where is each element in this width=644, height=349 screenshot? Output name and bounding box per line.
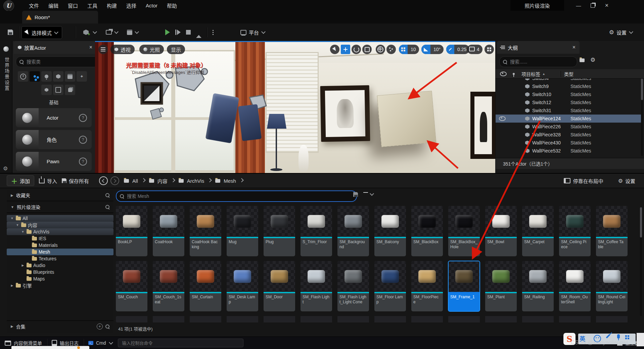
move-tool-button[interactable] bbox=[341, 45, 350, 54]
asset-tile[interactable]: SM_Room_OuterShell bbox=[559, 261, 591, 311]
import-button[interactable]: 导入 bbox=[39, 177, 57, 184]
save-search-button[interactable] bbox=[353, 192, 358, 198]
outliner-search-input[interactable] bbox=[509, 59, 573, 65]
favorites-header[interactable]: ▶ 收藏夹 bbox=[7, 189, 113, 201]
filter-dropdown[interactable] bbox=[363, 192, 374, 196]
breadcrumb-item[interactable]: All bbox=[132, 178, 138, 184]
menu-item[interactable]: 编辑 bbox=[44, 2, 63, 9]
place-actor-header[interactable]: 放置Actor × bbox=[14, 41, 96, 54]
console-input[interactable] bbox=[122, 340, 240, 346]
shapes-filter-button[interactable] bbox=[53, 71, 63, 82]
place-search[interactable] bbox=[16, 56, 99, 67]
asset-tile[interactable]: SM_Door bbox=[264, 261, 295, 311]
tree-arrow-icon[interactable]: ▼ bbox=[10, 217, 14, 220]
save-all-button[interactable]: 保存所有 bbox=[62, 177, 89, 184]
menu-item[interactable]: 窗口 bbox=[63, 2, 83, 9]
search-icon[interactable] bbox=[105, 324, 109, 329]
asset-tile[interactable]: SM_Frame_1 bbox=[448, 261, 480, 311]
unreal-logo-icon[interactable]: U bbox=[3, 0, 14, 11]
tree-folder-row[interactable]: Maps bbox=[7, 275, 113, 282]
asset-tile[interactable]: BookLP bbox=[116, 206, 147, 256]
asset-tile[interactable]: SM_Balcony bbox=[374, 206, 406, 256]
type-column-header[interactable]: 类型 bbox=[564, 71, 573, 77]
back-button[interactable] bbox=[99, 176, 108, 185]
place-actor-item[interactable]: Pawn ? bbox=[16, 152, 92, 171]
menu-item[interactable]: Actor bbox=[141, 3, 162, 8]
menu-item[interactable]: 选择 bbox=[122, 2, 141, 9]
tree-folder-row[interactable]: ▼ All bbox=[7, 215, 113, 222]
ime-mic-icon[interactable] bbox=[617, 334, 620, 339]
outliner-scrollbar[interactable] bbox=[641, 79, 643, 156]
search-icon[interactable] bbox=[105, 193, 109, 197]
cinematic-filter-button[interactable] bbox=[65, 71, 75, 82]
cmd-dropdown[interactable]: >_ Cmd bbox=[88, 340, 113, 346]
asset-tile[interactable]: SM_Background bbox=[337, 206, 369, 256]
place-search-input[interactable] bbox=[26, 59, 95, 65]
select-tool-button[interactable] bbox=[330, 45, 339, 54]
all-classes-filter-button[interactable] bbox=[65, 85, 75, 95]
menu-item[interactable]: 帮助 bbox=[162, 2, 182, 9]
menu-item[interactable]: 文件 bbox=[24, 2, 44, 9]
outliner-row[interactable]: Switch10 StaticMes bbox=[496, 90, 642, 98]
asset-tile[interactable]: SM_Desk Lamp bbox=[227, 261, 258, 311]
scale-tool-button[interactable] bbox=[362, 45, 372, 54]
quad-view-button[interactable] bbox=[485, 45, 494, 54]
place-actor-item[interactable]: Actor ? bbox=[16, 108, 92, 127]
menu-item[interactable]: 工具 bbox=[83, 2, 102, 9]
breadcrumb-item[interactable]: ArchVis bbox=[187, 178, 204, 184]
asset-tile[interactable]: SM_BlackBox_Hole bbox=[448, 206, 480, 256]
asset-tile[interactable]: SM_Flash Light_Light Cone bbox=[337, 261, 369, 311]
outliner-row[interactable]: WallPiece430 StaticMes bbox=[496, 139, 642, 147]
asset-tile[interactable]: Mug bbox=[227, 206, 258, 256]
camera-speed-control[interactable]: 4 bbox=[467, 45, 482, 54]
play-options-icon[interactable] bbox=[213, 30, 214, 31]
world-space-button[interactable] bbox=[376, 45, 385, 54]
outliner-row[interactable]: WallPiece532 StaticMes bbox=[496, 147, 642, 155]
rotate-tool-button[interactable] bbox=[352, 45, 361, 54]
dock-in-layout-button[interactable]: 停靠在布局中 bbox=[564, 177, 603, 184]
lit-mode-dropdown[interactable]: 光照 bbox=[139, 45, 164, 54]
tree-arrow-icon[interactable]: ▶ bbox=[21, 264, 25, 267]
close-icon[interactable]: × bbox=[89, 44, 92, 50]
lights-filter-button[interactable] bbox=[41, 71, 52, 82]
asset-search[interactable] bbox=[116, 190, 357, 202]
project-header[interactable]: ▼ 照片级渲染 bbox=[7, 201, 113, 213]
new-folder-button[interactable] bbox=[580, 58, 585, 63]
asset-tile[interactable]: SM_Ceiling Piece bbox=[559, 206, 591, 256]
outliner-row[interactable]: Switch9 StaticMes bbox=[496, 82, 642, 90]
asset-tile[interactable]: SM_Coffee Table bbox=[596, 206, 628, 256]
viewport[interactable]: 光照需要重建（8 未构建 对象） `DisableAllScreenMessag… bbox=[95, 41, 495, 174]
tab-room[interactable]: Room* bbox=[22, 11, 98, 24]
world-settings-tab[interactable]: 世界场景设置 bbox=[0, 44, 12, 155]
outliner-search[interactable] bbox=[499, 56, 577, 67]
tree-folder-row[interactable]: IES bbox=[7, 235, 113, 242]
output-log-button[interactable]: 输出日志 bbox=[52, 340, 79, 346]
outliner-row[interactable]: Switch12 StaticMes bbox=[496, 98, 642, 106]
save-button[interactable] bbox=[5, 27, 16, 38]
asset-tile[interactable]: SM_Round CeilingLight bbox=[596, 261, 628, 311]
asset-search-input[interactable] bbox=[126, 193, 353, 199]
asset-tile[interactable]: SM_Floor Lamp bbox=[374, 261, 406, 311]
asset-tile[interactable]: CoatHook Backing bbox=[190, 206, 221, 256]
viewport-menu-button[interactable] bbox=[98, 45, 108, 54]
tree-arrow-icon[interactable]: ▼ bbox=[15, 223, 19, 227]
tree-folder-row[interactable]: ▶ Audio bbox=[7, 262, 113, 269]
volumes-filter-button[interactable] bbox=[53, 85, 63, 95]
outliner-row[interactable]: Switch31 StaticMes bbox=[496, 106, 642, 115]
breadcrumb-item[interactable]: 内容 bbox=[157, 177, 168, 184]
asset-tile[interactable]: CoatHook bbox=[153, 206, 184, 256]
tree-folder-row[interactable]: ▼ ArchVis bbox=[7, 228, 113, 235]
tree-folder-row[interactable]: Mesh bbox=[7, 249, 113, 255]
blueprints-dropdown[interactable] bbox=[102, 26, 122, 38]
place-actor-item[interactable]: 角色 ? bbox=[16, 130, 92, 149]
outliner-row[interactable]: WallPiece124 StaticMes bbox=[496, 115, 642, 123]
asset-tile[interactable]: Plug bbox=[264, 206, 295, 256]
add-collection-icon[interactable]: + bbox=[97, 323, 103, 330]
asset-tile[interactable]: SM_Bowl bbox=[485, 206, 517, 256]
recent-filter-button[interactable] bbox=[18, 71, 28, 82]
asset-tile[interactable]: SM_Plant bbox=[485, 261, 517, 311]
asset-tile[interactable]: SM_Flash Light bbox=[301, 261, 332, 311]
select-mode-dropdown[interactable]: 选择模式 bbox=[21, 26, 62, 39]
outliner-row[interactable]: WallPiece226 StaticMes bbox=[496, 123, 642, 131]
cinematics-dropdown[interactable] bbox=[124, 26, 142, 38]
